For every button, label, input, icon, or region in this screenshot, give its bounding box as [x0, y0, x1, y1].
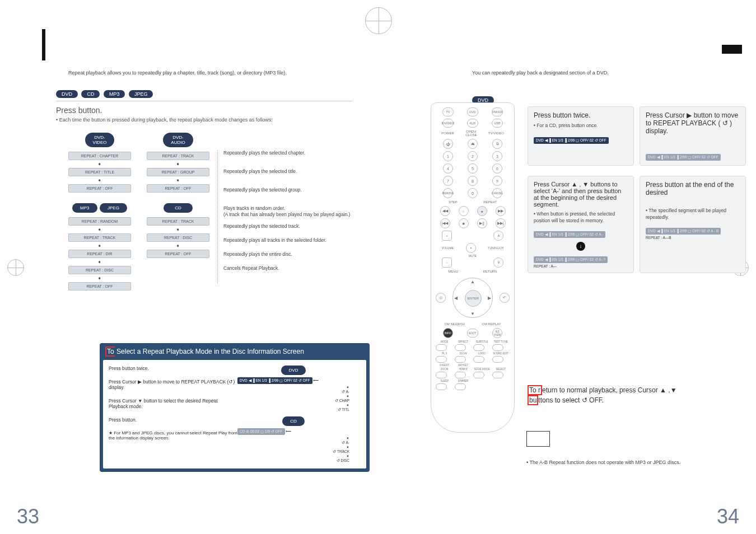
remote-control: TV DVD FM/AM D/VIDEO AUX USB POWER OPEN/…	[431, 102, 515, 433]
osd-cd: CD ⊘ 00:02 ◻ 1/9 ↺ OFF	[237, 428, 285, 435]
list2-2: ↺ DISC	[237, 458, 349, 463]
desc-folder: Repeatedly plays all tracks in the selec…	[223, 237, 350, 243]
arrow-icon: ➧	[147, 243, 209, 249]
remote-rev[interactable]: ◀◀	[440, 206, 450, 216]
remote-exit[interactable]: EXIT	[467, 329, 478, 338]
remote-prev[interactable]: |◀◀	[440, 218, 450, 228]
remote-dvideo[interactable]: D/VIDEO	[442, 119, 454, 128]
rb-8[interactable]	[436, 372, 447, 378]
remote-play[interactable]: ▶||	[477, 218, 487, 228]
remote-repeat-btn[interactable]: ●	[477, 206, 487, 216]
arrow-icon: ➧	[68, 259, 131, 265]
bar-dir: REPEAT : DIR	[68, 250, 131, 258]
remote-stop[interactable]: ■	[459, 218, 469, 228]
remote-open[interactable]: ⏏	[468, 139, 478, 149]
crop-mark-block-left	[42, 29, 45, 60]
format-pills-left: DVD CD MP3 JPEG	[56, 88, 154, 98]
remote-fmam[interactable]: FM/AM	[492, 107, 503, 116]
remote-rewind[interactable]: REWIND	[443, 188, 453, 198]
remote-ch-up[interactable]: ∧	[493, 231, 503, 241]
cursor-right[interactable]: ▶	[488, 296, 491, 301]
rb-12[interactable]	[436, 383, 447, 390]
bar-cd-track: REPEAT : TRACK	[147, 217, 209, 226]
rb-2[interactable]	[473, 344, 484, 351]
rb-3[interactable]	[492, 344, 503, 351]
num-0[interactable]: 0	[468, 188, 478, 198]
cursor-up[interactable]: ▲	[470, 279, 475, 284]
tree-dvd-video-label: DVD-VIDEO	[85, 133, 115, 147]
num-1[interactable]: 1	[443, 151, 453, 161]
intro-right: You can repeatedly play back a designate…	[472, 70, 609, 76]
b-logo: LOGO	[473, 352, 491, 355]
arrow-icon: ➧	[68, 243, 131, 249]
dvd-pill-small: DVD	[281, 366, 306, 375]
cursor-down[interactable]: ▼	[470, 311, 475, 316]
remote-usb[interactable]: USB	[492, 119, 503, 128]
num-4[interactable]: 4	[443, 163, 453, 174]
rb-6[interactable]	[473, 356, 484, 363]
remote-power[interactable]: ⏻	[443, 139, 453, 149]
remote-menu[interactable]: ◎	[436, 293, 446, 303]
redline-marker: To	[105, 346, 115, 357]
box4-title: Press button at the end of the desired	[646, 181, 740, 196]
num-6[interactable]: 6	[492, 163, 502, 174]
list1-1: ↺ CHAP	[237, 399, 349, 403]
arrow-icon: ➧	[147, 177, 209, 183]
num-8[interactable]: 8	[468, 176, 478, 186]
remote-fwd[interactable]: ▶▶	[496, 206, 506, 216]
rb-4[interactable]	[436, 356, 447, 363]
rb-9[interactable]	[455, 372, 466, 378]
box-step-2: Press Cursor ▶ button to move to REPEAT …	[640, 106, 746, 166]
remote-tv[interactable]: TV	[442, 107, 454, 116]
remote-aux[interactable]: AUX	[467, 119, 478, 128]
num-3[interactable]: 3	[492, 151, 502, 161]
remote-cancel[interactable]: CANCEL	[492, 188, 502, 198]
remote-vol-up[interactable]: +	[442, 231, 452, 241]
rb-11[interactable]	[492, 372, 503, 378]
remote-return[interactable]: ↶	[500, 293, 510, 303]
bar-cd-disc: REPEAT : DISC	[147, 233, 209, 242]
bar-track: REPEAT : TRACK	[68, 233, 131, 242]
remote-ez[interactable]: EZ VIEW	[492, 328, 502, 338]
remote-tvvideo[interactable]: ⧉	[492, 139, 502, 149]
rb-7[interactable]	[492, 356, 503, 363]
pill-dvd: DVD	[56, 90, 78, 98]
box-step-3: Press Cursor ▲ , ▼ buttons to select 'A-…	[528, 176, 634, 273]
num-5[interactable]: 5	[468, 163, 478, 174]
label-menu: MENU	[448, 270, 458, 273]
b-anykey: ANYKEY	[455, 364, 473, 367]
remote-dpad[interactable]: ▲ ▼ ◀ ▶ ENTER	[452, 278, 493, 318]
step-footnote: ★ For MP3 and JPEG discs, you cannot sel…	[109, 430, 237, 441]
box1-sub: • For a CD, press button once.	[534, 123, 628, 129]
tree-dvd-audio-label: DVD-AUDIO	[163, 133, 193, 147]
num-7[interactable]: 7	[443, 176, 453, 186]
b-digest: DIGEST	[436, 364, 454, 367]
remote-next[interactable]: ▶▶|	[496, 218, 506, 228]
b-mode: MODE	[436, 340, 454, 343]
bar-off2: REPEAT : OFF	[68, 282, 131, 291]
rb-13[interactable]	[455, 383, 466, 390]
rb-10[interactable]	[473, 372, 484, 378]
label-cmreplay: CM REPLAY	[482, 322, 501, 326]
remote-mute[interactable]: ✕	[466, 243, 476, 253]
intro-left: Repeat playback allows you to repeatedly…	[68, 70, 287, 76]
remote-enter[interactable]: ENTER	[465, 290, 482, 307]
step-1: Press button twice.	[109, 366, 237, 371]
remote-step-btn[interactable]: ○	[459, 206, 469, 216]
rb-5[interactable]	[455, 356, 466, 363]
cursor-left[interactable]: ◀	[454, 296, 458, 301]
bar-group: REPEAT : GROUP	[147, 168, 209, 176]
desc-chapter: Repeatedly plays the selected chapter.	[223, 150, 350, 156]
num-9[interactable]: 9	[492, 176, 502, 186]
num-2[interactable]: 2	[468, 151, 478, 161]
desc-title: Repeatedly plays the selected title.	[223, 168, 350, 175]
remote-dvd[interactable]: DVD	[467, 107, 478, 116]
crop-mark-block-right	[722, 45, 742, 54]
box3-title: Press Cursor ▲ , ▼ buttons to select 'A-…	[534, 181, 628, 208]
rb-0[interactable]	[436, 344, 447, 351]
tree-cd-label: CD	[164, 203, 193, 213]
remote-vol-down[interactable]: −	[442, 257, 452, 268]
remote-info[interactable]: INFO	[443, 328, 453, 338]
rb-1[interactable]	[455, 344, 466, 351]
remote-ch-down[interactable]: ∨	[493, 257, 503, 268]
